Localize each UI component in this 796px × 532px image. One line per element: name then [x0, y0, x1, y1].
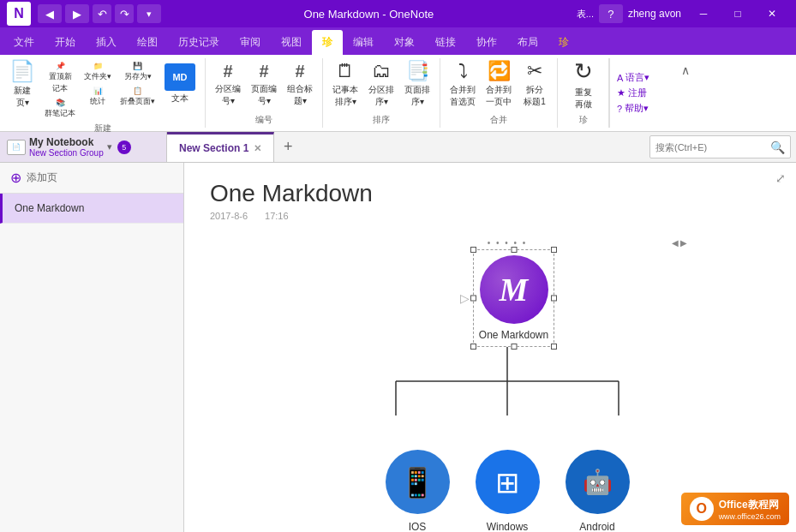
- add-section-button[interactable]: +: [274, 132, 302, 162]
- selected-node-box[interactable]: M One Markdown: [473, 249, 554, 347]
- register-button[interactable]: ★ 注册: [617, 87, 671, 99]
- tab-special2[interactable]: 珍: [548, 30, 579, 55]
- scroll-left-icon[interactable]: ◀: [672, 238, 679, 248]
- ribbon-group-number: # 分区编号▾ # 页面编号▾ # 组合标题▾ 编号: [206, 58, 323, 128]
- add-page-button[interactable]: ⊕ 添加页: [0, 163, 183, 194]
- group-icon: 📚: [56, 99, 65, 107]
- scroll-right-icon[interactable]: ▶: [680, 238, 687, 248]
- minimize-button[interactable]: ─: [686, 0, 721, 27]
- register-icon: ★: [617, 87, 625, 99]
- tab-edit[interactable]: 编辑: [343, 30, 384, 55]
- notebook-nav-text: My Notebook New Section Group: [29, 136, 104, 158]
- section-tab-1-label: New Section 1: [179, 142, 248, 154]
- root-node: M One Markdown: [479, 255, 548, 341]
- back-button[interactable]: ◀: [38, 4, 62, 23]
- handle-mr: [551, 296, 557, 302]
- help-button[interactable]: ?: [599, 4, 623, 23]
- tab-history[interactable]: 历史记录: [168, 30, 230, 55]
- merge-to-first-button[interactable]: ⤵ 合并到首选页: [446, 60, 480, 108]
- handle-bl: [470, 344, 476, 350]
- section-tab-1[interactable]: New Section 1 ✕: [167, 132, 274, 162]
- close-button[interactable]: ✕: [755, 0, 789, 27]
- notebook-nav[interactable]: 📄 My Notebook New Section Group ▾ 5: [0, 132, 167, 162]
- collapse-button[interactable]: 📋 折叠页面▾: [117, 85, 159, 109]
- android-node-label: Android: [579, 521, 614, 532]
- tab-file[interactable]: 文件: [3, 30, 45, 55]
- tab-home[interactable]: 开始: [45, 30, 86, 55]
- group-label-special: 珍: [579, 114, 588, 126]
- md-text-button[interactable]: MD 文本: [160, 60, 200, 108]
- folder-icon: 📁: [93, 62, 103, 70]
- windows-node-icon: ⊞: [476, 450, 540, 514]
- section-sort-icon: 🗂: [372, 60, 391, 82]
- tab-layout[interactable]: 布局: [507, 30, 548, 55]
- notebook-badge: 5: [117, 140, 131, 154]
- group-notes-button[interactable]: 📚 群笔记本: [41, 97, 79, 121]
- split-icon: ✂: [527, 60, 542, 82]
- section-tab-1-close[interactable]: ✕: [254, 143, 261, 154]
- section-tabs-bar: 📄 My Notebook New Section Group ▾ 5 New …: [0, 132, 796, 163]
- section-sort-button[interactable]: 🗂 分区排序▾: [364, 60, 398, 108]
- page-meta: 2017-8-6 17:16: [210, 211, 770, 221]
- notebook-sort-button[interactable]: 🗒 记事本排序▾: [328, 60, 362, 108]
- search-icon[interactable]: 🔍: [770, 140, 785, 154]
- tab-draw[interactable]: 绘图: [127, 30, 168, 55]
- connector-svg: [327, 347, 687, 450]
- tab-object[interactable]: 对象: [384, 30, 425, 55]
- ios-node-icon: 📱: [386, 450, 450, 514]
- language-button[interactable]: A 语言▾: [617, 71, 671, 84]
- page-number-button[interactable]: # 页面编号▾: [247, 60, 281, 108]
- pin-notebook-button[interactable]: 📌 置顶新 记本: [41, 60, 79, 96]
- search-input[interactable]: [655, 142, 767, 152]
- maximize-button[interactable]: □: [721, 0, 755, 27]
- help-icon: ?: [617, 104, 622, 114]
- expand-button[interactable]: ⤢: [772, 170, 789, 187]
- tab-view[interactable]: 视图: [271, 30, 312, 55]
- tab-link[interactable]: 链接: [425, 30, 466, 55]
- diagram-area: • • • • • ◀ ▶ ▷: [244, 238, 770, 532]
- help-ribbon-button[interactable]: ? 帮助▾: [617, 102, 671, 115]
- collapse-ribbon-button[interactable]: ∧: [678, 62, 693, 79]
- add-page-plus-icon: ⊕: [10, 170, 21, 186]
- tab-collab[interactable]: 协作: [466, 30, 507, 55]
- stats-button[interactable]: 📊 统计: [81, 85, 115, 109]
- handle-br: [551, 344, 557, 350]
- tab-special1[interactable]: 珍: [312, 30, 343, 55]
- merge-to-one-button[interactable]: 🔁 合并到一页中: [482, 60, 516, 108]
- child-node-android: 🤖 Android: [566, 450, 630, 532]
- ribbon-group-sort: 🗒 记事本排序▾ 🗂 分区排序▾ 📑 页面排序▾ 排序: [323, 58, 440, 128]
- save-as-icon: 💾: [133, 62, 142, 70]
- combo-title-button[interactable]: # 组合标题▾: [283, 60, 317, 108]
- sidebar: ⊕ 添加页 One Markdown: [0, 163, 184, 532]
- new-page-button[interactable]: 📄 新建页▾: [5, 60, 39, 108]
- redo-button[interactable]: ↷: [115, 4, 134, 23]
- diagram-wrapper: • • • • • ◀ ▶ ▷: [327, 238, 687, 532]
- help-label: 表...: [577, 8, 594, 21]
- stats-icon: 📊: [93, 87, 103, 95]
- page-sort-button[interactable]: 📑 页面排序▾: [400, 60, 434, 108]
- ribbon-right-panel: A 语言▾ ★ 注册 ? 帮助▾: [609, 58, 678, 128]
- diagram-left-handle[interactable]: ▷: [460, 249, 470, 347]
- new-page-icon: 📄: [9, 59, 35, 83]
- move-handle[interactable]: • • • • •: [327, 238, 687, 248]
- ribbon-group-sort-content: 🗒 记事本排序▾ 🗂 分区排序▾ 📑 页面排序▾: [328, 60, 434, 112]
- root-node-icon: M: [480, 255, 548, 324]
- watermark-line2: www.office26.com: [719, 512, 781, 521]
- md-icon: MD: [165, 63, 195, 91]
- root-node-container: ▷ M: [327, 249, 687, 347]
- page-item-one-markdown[interactable]: One Markdown: [0, 194, 183, 224]
- tab-insert[interactable]: 插入: [86, 30, 127, 55]
- section-number-button[interactable]: # 分区编号▾: [211, 60, 245, 108]
- repeat-button[interactable]: ↻ 重复再做: [566, 60, 601, 108]
- forward-button[interactable]: ▶: [65, 4, 89, 23]
- child-node-windows: ⊞ Windows: [476, 450, 540, 532]
- page-sort-icon: 📑: [406, 60, 429, 82]
- split-title-button[interactable]: ✂ 拆分标题1: [518, 60, 552, 108]
- folder-button[interactable]: 📁 文件夹▾: [81, 60, 115, 84]
- save-as-button[interactable]: 💾 另存为▾: [117, 60, 159, 84]
- quick-access-button[interactable]: ▾: [137, 4, 161, 23]
- undo-button[interactable]: ↶: [93, 4, 111, 23]
- content-area[interactable]: ⤢ One Markdown 2017-8-6 17:16 • • • • • …: [184, 163, 796, 532]
- tab-review[interactable]: 审阅: [230, 30, 271, 55]
- watermark-text: Office教程网 www.office26.com: [719, 498, 781, 521]
